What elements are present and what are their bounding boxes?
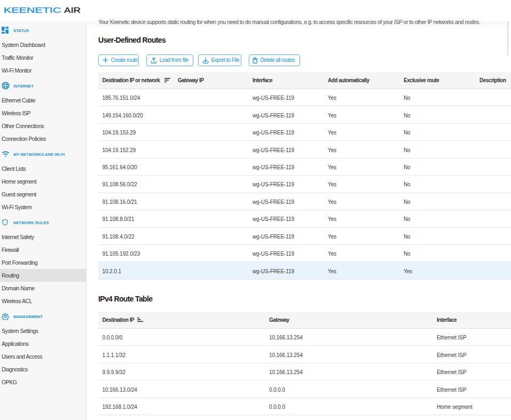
svg-text:KEENETIC: KEENETIC: [4, 6, 61, 14]
svg-text:AIR: AIR: [64, 6, 81, 14]
